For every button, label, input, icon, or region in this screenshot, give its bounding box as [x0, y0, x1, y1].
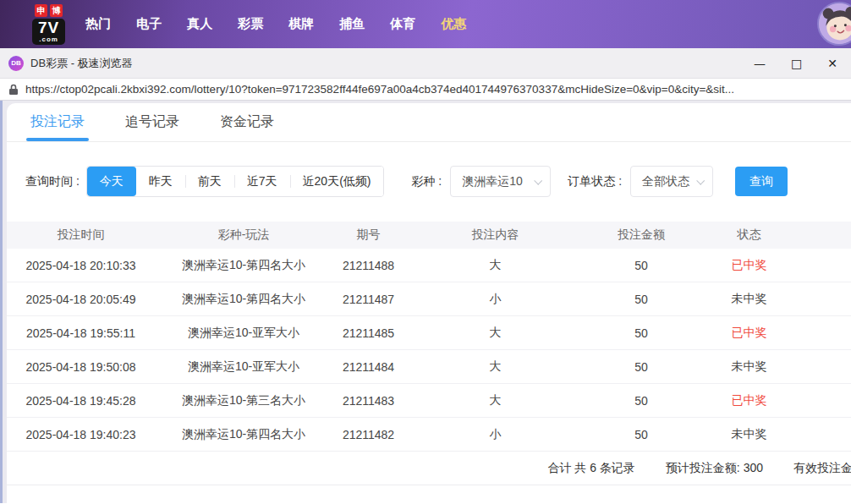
- summary-expected-amount: 预计投注金额: 300: [666, 461, 763, 476]
- cell-game-play: 澳洲幸运10-第四名大小: [155, 427, 332, 442]
- cell-issue-number: 21211482: [332, 428, 404, 441]
- nav-menu-item[interactable]: 电子: [136, 16, 162, 32]
- time-range-button[interactable]: 前天: [185, 167, 234, 196]
- table-row[interactable]: 2025-04-18 19:45:28 澳洲幸运10-第三名大小 2121148…: [7, 384, 851, 418]
- records-card: 投注记录 追号记录 资金记录 查询时间 : 今天 昨天 前天 近7天 近20天(…: [7, 103, 851, 503]
- cell-bet-time: 2025-04-18 19:55:11: [7, 326, 155, 340]
- cell-bet-time: 2025-04-18 20:05:49: [7, 293, 155, 306]
- chevron-down-icon: [535, 177, 543, 185]
- lock-icon: [8, 84, 19, 96]
- cell-game-play: 澳洲幸运10-亚军大小: [155, 326, 332, 341]
- status-filter-label: 订单状态 :: [568, 174, 622, 189]
- time-filter-label: 查询时间 :: [25, 174, 80, 189]
- cell-bet-amount: 50: [586, 293, 696, 306]
- page-content: 投注记录 追号记录 资金记录 查询时间 : 今天 昨天 前天 近7天 近20天(…: [0, 101, 851, 503]
- site-top-nav: 申 博 7V .com 热门 电子 真人 彩票 棋牌 捕鱼 体育 优惠: [0, 0, 851, 48]
- record-tab[interactable]: 投注记录: [30, 103, 85, 141]
- titlebar-left: DB DB彩票 - 极速浏览器: [8, 56, 133, 71]
- table-row[interactable]: 2025-04-18 19:55:11 澳洲幸运10-亚军大小 21211485…: [7, 316, 851, 350]
- logo-main-text: 7V: [38, 19, 59, 36]
- query-button[interactable]: 查询: [735, 167, 788, 196]
- status-badge: 未中奖: [696, 359, 802, 375]
- nav-menu-item[interactable]: 真人: [187, 16, 212, 32]
- nav-menu-item[interactable]: 体育: [390, 16, 415, 32]
- time-range-group: 今天 昨天 前天 近7天 近20天(低频): [86, 166, 385, 197]
- record-tab[interactable]: 追号记录: [125, 103, 179, 141]
- cell-game-play: 澳洲幸运10-第四名大小: [155, 258, 332, 273]
- cell-bet-content: 大: [404, 326, 586, 341]
- logo-tag-bo: 博: [50, 4, 63, 17]
- summary-total-records: 合计 共 6 条记录: [547, 461, 634, 476]
- time-range-button[interactable]: 近7天: [234, 167, 290, 196]
- table-header-cell: 投注时间: [7, 227, 155, 243]
- order-status-select[interactable]: 全部状态: [630, 166, 713, 197]
- table-row[interactable]: 2025-04-18 20:10:33 澳洲幸运10-第四名大小 2121148…: [7, 249, 851, 282]
- record-tab[interactable]: 资金记录: [220, 103, 274, 141]
- user-avatar[interactable]: [817, 2, 851, 46]
- window-title: DB彩票 - 极速浏览器: [30, 56, 133, 71]
- close-icon[interactable]: ✕: [827, 58, 837, 69]
- window-frame-edge: [0, 101, 3, 503]
- nav-menu-item[interactable]: 热门: [85, 16, 111, 32]
- record-tabs: 投注记录 追号记录 资金记录: [7, 103, 851, 142]
- logo-suffix-text: .com: [38, 36, 59, 43]
- cell-game-play: 澳洲幸运10-第三名大小: [155, 393, 332, 408]
- logo-tag-shen: 申: [35, 4, 47, 17]
- time-range-button[interactable]: 近20天(低频): [290, 167, 384, 196]
- minimize-icon[interactable]: —: [754, 58, 766, 69]
- cell-bet-time: 2025-04-18 19:45:28: [7, 394, 155, 408]
- address-url[interactable]: https://ctop02pcali.2kbxi392.com/lottery…: [25, 83, 734, 96]
- table-header-cell: 投注金额: [586, 227, 696, 243]
- browser-app-icon: DB: [8, 56, 24, 71]
- cell-issue-number: 21211485: [332, 326, 404, 340]
- window-controls: — □ ✕: [754, 58, 837, 69]
- cell-issue-number: 21211484: [332, 360, 404, 374]
- order-status-value: 全部状态: [642, 174, 689, 189]
- main-menu: 热门 电子 真人 彩票 棋牌 捕鱼 体育 优惠: [85, 16, 466, 32]
- maximize-icon[interactable]: □: [791, 58, 802, 69]
- summary-bar: 合计 共 6 条记录 预计投注金额: 300 有效投注金额: [7, 452, 851, 485]
- table-row[interactable]: 2025-04-18 19:40:23 澳洲幸运10-第四名大小 2121148…: [7, 418, 851, 452]
- cell-bet-content: 大: [404, 359, 586, 375]
- chevron-down-icon: [696, 177, 705, 185]
- table-row[interactable]: 2025-04-18 19:50:08 澳洲幸运10-亚军大小 21211484…: [7, 350, 851, 384]
- table-header-cell: 期号: [332, 227, 404, 243]
- logo-main: 7V .com: [32, 19, 65, 45]
- table-header: 投注时间 彩种-玩法 期号 投注内容 投注金额 状态: [7, 222, 851, 249]
- status-badge: 已中奖: [696, 393, 802, 408]
- nav-menu-item[interactable]: 彩票: [238, 16, 263, 32]
- cell-bet-amount: 50: [586, 360, 696, 374]
- filter-bar: 查询时间 : 今天 昨天 前天 近7天 近20天(低频) 彩种 : 澳洲幸运10: [7, 142, 851, 222]
- cell-issue-number: 21211483: [332, 394, 404, 408]
- table-header-cell: 状态: [696, 227, 802, 243]
- cell-issue-number: 21211488: [332, 259, 404, 272]
- cell-bet-amount: 50: [586, 428, 696, 441]
- cell-bet-content: 小: [404, 292, 586, 307]
- site-logo[interactable]: 申 博 7V .com: [32, 4, 65, 45]
- table-row[interactable]: 2025-04-18 20:05:49 澳洲幸运10-第四名大小 2121148…: [7, 282, 851, 316]
- nav-menu-item[interactable]: 优惠: [441, 16, 466, 32]
- cell-bet-amount: 50: [586, 394, 696, 408]
- time-range-button[interactable]: 今天: [87, 167, 136, 196]
- cell-bet-amount: 50: [586, 259, 696, 272]
- status-badge: 已中奖: [696, 258, 802, 273]
- status-badge: 未中奖: [696, 427, 802, 442]
- browser-urlbar: https://ctop02pcali.2kbxi392.com/lottery…: [0, 79, 851, 101]
- browser-titlebar: DB DB彩票 - 极速浏览器 — □ ✕: [0, 48, 851, 79]
- cell-game-play: 澳洲幸运10-亚军大小: [155, 359, 332, 375]
- cell-bet-content: 小: [404, 427, 586, 442]
- table-header-cell: 投注内容: [404, 227, 586, 243]
- table-body: 2025-04-18 20:10:33 澳洲幸运10-第四名大小 2121148…: [7, 249, 851, 452]
- logo-tags: 申 博: [35, 4, 63, 17]
- status-badge: 未中奖: [696, 292, 802, 307]
- cell-bet-content: 大: [404, 393, 586, 408]
- time-range-button[interactable]: 昨天: [136, 167, 185, 196]
- summary-valid-amount: 有效投注金额: [793, 461, 851, 476]
- lottery-select[interactable]: 澳洲幸运10: [450, 166, 551, 197]
- lottery-filter-label: 彩种 :: [411, 174, 442, 189]
- cell-issue-number: 21211487: [332, 293, 404, 306]
- nav-menu-item[interactable]: 捕鱼: [339, 16, 365, 32]
- cell-bet-time: 2025-04-18 19:50:08: [7, 360, 155, 374]
- nav-menu-item[interactable]: 棋牌: [288, 16, 314, 32]
- table-header-cell: 彩种-玩法: [155, 227, 332, 243]
